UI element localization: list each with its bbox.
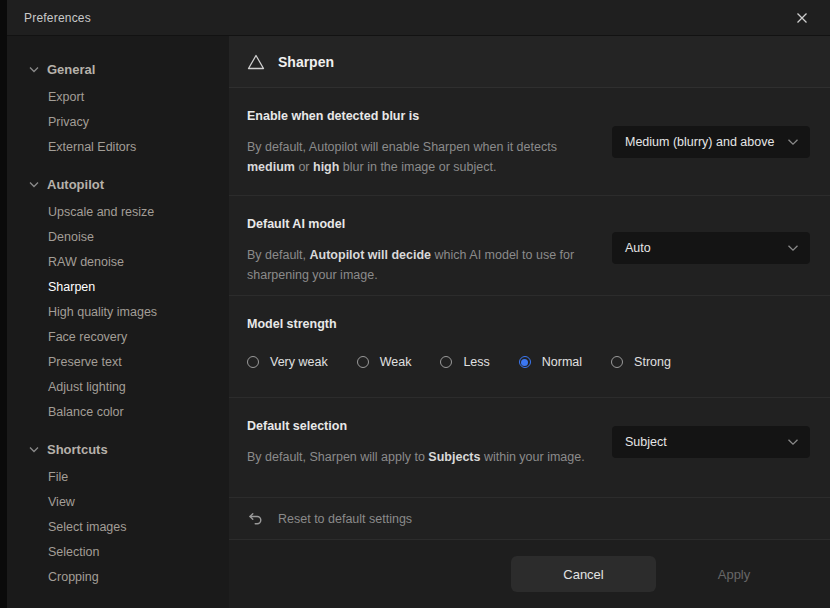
sidebar-item-denoise[interactable]: Denoise [7, 224, 229, 249]
radio-dot [521, 359, 528, 366]
radio-less[interactable]: Less [440, 355, 489, 369]
main-panel: Sharpen Enable when detected blur is By … [229, 36, 830, 608]
radio-circle [519, 356, 531, 368]
sidebar-item-privacy[interactable]: Privacy [7, 109, 229, 134]
sidebar-item-export[interactable]: Export [7, 84, 229, 109]
sidebar-item-raw-denoise[interactable]: RAW denoise [7, 249, 229, 274]
section-label: Enable when detected blur is [247, 109, 600, 123]
sidebar-item-file[interactable]: File [7, 464, 229, 489]
sidebar-item-label: RAW denoise [48, 255, 124, 269]
close-icon[interactable] [792, 8, 812, 28]
sidebar-item-label: Upscale and resize [48, 205, 154, 219]
sidebar-section-label: Shortcuts [47, 442, 108, 457]
sidebar-item-selection[interactable]: Selection [7, 539, 229, 564]
radio-strong[interactable]: Strong [611, 355, 671, 369]
description-segment: or [295, 160, 313, 174]
radio-circle [611, 356, 623, 368]
apply-button[interactable]: Apply [673, 556, 795, 592]
sidebar-item-label: Denoise [48, 230, 94, 244]
radio-weak[interactable]: Weak [357, 355, 412, 369]
description-segment: Autopilot will decide [310, 248, 432, 262]
section-default-ai-model: Default AI model By default, Autopilot w… [229, 196, 830, 296]
section-default-selection: Default selection By default, Sharpen wi… [229, 398, 830, 498]
model-strength-radio-group: Very weak Weak Less Normal [247, 355, 810, 369]
sidebar-item-label: External Editors [48, 140, 136, 154]
sidebar-item-label: File [48, 470, 68, 484]
description-segment: By default, Autopilot will enable Sharpe… [247, 140, 557, 154]
radio-label: Less [463, 355, 489, 369]
section-detected-blur: Enable when detected blur is By default,… [229, 88, 830, 196]
main-header: Sharpen [229, 36, 830, 88]
sidebar-item-high-quality-images[interactable]: High quality images [7, 299, 229, 324]
sidebar-item-label: Cropping [48, 570, 99, 584]
default-selection-dropdown[interactable]: Subject [612, 426, 810, 458]
sidebar-item-external-editors[interactable]: External Editors [7, 134, 229, 159]
sidebar-section-label: General [47, 62, 95, 77]
sidebar-item-label: Select images [48, 520, 127, 534]
sidebar-item-label: Face recovery [48, 330, 127, 344]
section-label: Default selection [247, 419, 600, 433]
sidebar-item-view[interactable]: View [7, 489, 229, 514]
section-label: Default AI model [247, 217, 600, 231]
sidebar-item-label: Privacy [48, 115, 89, 129]
footer-actions: Cancel Apply [229, 540, 830, 608]
radio-normal[interactable]: Normal [519, 355, 582, 369]
radio-circle [440, 356, 452, 368]
reset-label: Reset to default settings [278, 512, 412, 526]
dropdown-value: Medium (blurry) and above [625, 135, 774, 149]
chevron-down-icon [29, 181, 39, 188]
sidebar-item-label: Export [48, 90, 84, 104]
sidebar-item-label: Selection [48, 545, 99, 559]
reset-to-defaults-button[interactable]: Reset to default settings [229, 498, 830, 540]
undo-icon [247, 511, 263, 526]
dropdown-value: Auto [625, 241, 651, 255]
description-segment: By default, [247, 248, 310, 262]
titlebar: Preferences [7, 0, 830, 36]
sidebar-item-label: High quality images [48, 305, 157, 319]
radio-label: Very weak [270, 355, 328, 369]
section-description: By default, Autopilot will enable Sharpe… [247, 137, 600, 177]
chevron-down-icon [29, 66, 39, 73]
sidebar-section-shortcuts[interactable]: Shortcuts [7, 434, 229, 464]
sidebar-item-adjust-lighting[interactable]: Adjust lighting [7, 374, 229, 399]
description-segment: medium [247, 160, 295, 174]
chevron-down-icon [29, 446, 39, 453]
blur-threshold-dropdown[interactable]: Medium (blurry) and above [612, 126, 810, 158]
section-description: By default, Autopilot will decide which … [247, 245, 600, 285]
description-segment: Subjects [428, 450, 480, 464]
chevron-down-icon [787, 244, 799, 252]
description-segment: high [313, 160, 339, 174]
sidebar-section-autopilot[interactable]: Autopilot [7, 169, 229, 199]
sidebar-item-balance-color[interactable]: Balance color [7, 399, 229, 424]
description-segment: within your image. [480, 450, 584, 464]
description-segment: blur in the image or subject. [339, 160, 496, 174]
section-description: By default, Sharpen will apply to Subjec… [247, 447, 600, 467]
radio-label: Normal [542, 355, 582, 369]
cancel-button[interactable]: Cancel [511, 556, 656, 592]
ai-model-dropdown[interactable]: Auto [612, 232, 810, 264]
sidebar-section-general[interactable]: General [7, 54, 229, 84]
dialog-body: General Export Privacy External Editors … [7, 36, 830, 608]
sidebar: General Export Privacy External Editors … [7, 36, 229, 608]
sharpen-triangle-icon [247, 54, 265, 70]
sidebar-item-upscale-and-resize[interactable]: Upscale and resize [7, 199, 229, 224]
description-segment: which AI model to use for [431, 248, 574, 262]
sidebar-item-label: Balance color [48, 405, 124, 419]
section-model-strength: Model strength Very weak Weak Less [229, 296, 830, 398]
radio-circle [357, 356, 369, 368]
radio-very-weak[interactable]: Very weak [247, 355, 328, 369]
sidebar-item-select-images[interactable]: Select images [7, 514, 229, 539]
dialog-title: Preferences [24, 11, 91, 25]
radio-label: Weak [380, 355, 412, 369]
sidebar-item-label: Sharpen [48, 280, 95, 294]
sidebar-item-sharpen[interactable]: Sharpen [7, 274, 229, 299]
sidebar-item-label: View [48, 495, 75, 509]
sidebar-item-label: Adjust lighting [48, 380, 126, 394]
chevron-down-icon [787, 138, 799, 146]
chevron-down-icon [787, 438, 799, 446]
sidebar-item-preserve-text[interactable]: Preserve text [7, 349, 229, 374]
sidebar-item-cropping[interactable]: Cropping [7, 564, 229, 589]
description-segment: sharpening your image. [247, 268, 378, 282]
sidebar-item-face-recovery[interactable]: Face recovery [7, 324, 229, 349]
sidebar-section-label: Autopilot [47, 177, 104, 192]
